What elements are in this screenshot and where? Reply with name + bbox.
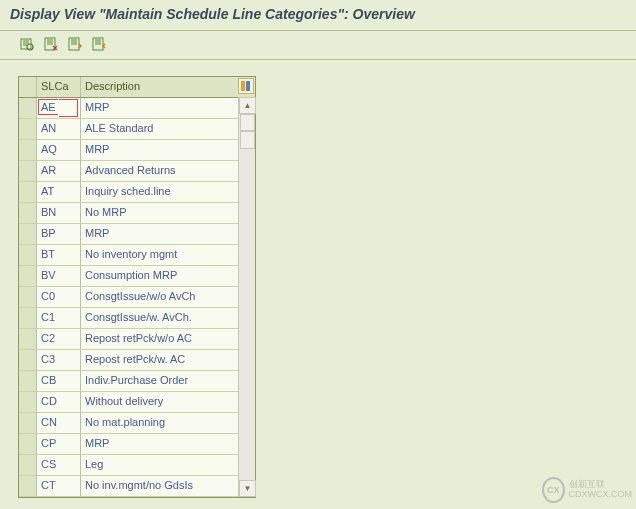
column-header-description-label: Description [85, 80, 140, 92]
row-selector[interactable] [19, 434, 37, 454]
column-header-description[interactable]: Description [81, 77, 255, 97]
row-selector[interactable] [19, 245, 37, 265]
table-row[interactable]: C3Repost retPck/w. AC [19, 350, 255, 371]
table-row[interactable]: CBIndiv.Purchase Order [19, 371, 255, 392]
cell-description: MRP [81, 98, 255, 118]
table-row[interactable]: BNNo MRP [19, 203, 255, 224]
cell-description: Repost retPck/w/o AC [81, 329, 255, 349]
toolbar-btn-3[interactable] [66, 35, 84, 53]
row-selector[interactable] [19, 455, 37, 475]
svg-rect-6 [246, 81, 250, 91]
row-selector[interactable] [19, 140, 37, 160]
cell-description: No inv.mgmt/no GdsIs [81, 476, 255, 496]
table-row[interactable]: CPMRP [19, 434, 255, 455]
vertical-scrollbar[interactable]: ▲ ▼ [238, 97, 255, 497]
cell-slca: BP [37, 224, 81, 244]
row-selector[interactable] [19, 203, 37, 223]
table-row[interactable]: CNNo mat.planning [19, 413, 255, 434]
toolbar [0, 30, 636, 60]
cell-slca: AN [37, 119, 81, 139]
row-selector[interactable] [19, 476, 37, 496]
row-selector[interactable] [19, 119, 37, 139]
scroll-down-button[interactable]: ▼ [239, 480, 256, 497]
watermark-line2: CDXWCX.COM [569, 490, 633, 500]
cell-description: ConsgtIssue/w/o AvCh [81, 287, 255, 307]
toolbar-btn-4[interactable] [90, 35, 108, 53]
cell-description: MRP [81, 140, 255, 160]
table-row[interactable]: AEMRP [19, 98, 255, 119]
row-selector[interactable] [19, 371, 37, 391]
table-row[interactable]: CDWithout delivery [19, 392, 255, 413]
cell-description: No MRP [81, 203, 255, 223]
cell-description: Inquiry sched.line [81, 182, 255, 202]
table-container: SLCa Description AEMRPANALE StandardAQMR… [18, 76, 256, 498]
row-selector[interactable] [19, 224, 37, 244]
row-selector[interactable] [19, 98, 37, 118]
row-selector[interactable] [19, 161, 37, 181]
row-selector[interactable] [19, 182, 37, 202]
watermark-text: 创新互联 CDXWCX.COM [569, 480, 633, 500]
table-header: SLCa Description [19, 77, 255, 98]
cell-slca: CN [37, 413, 81, 433]
table-row[interactable]: CSLeg [19, 455, 255, 476]
cell-slca: CS [37, 455, 81, 475]
cell-description: Leg [81, 455, 255, 475]
cell-slca: CD [37, 392, 81, 412]
watermark-logo: CX [542, 477, 565, 503]
row-selector[interactable] [19, 329, 37, 349]
table-row[interactable]: ARAdvanced Returns [19, 161, 255, 182]
table-row[interactable]: ATInquiry sched.line [19, 182, 255, 203]
cell-slca: BT [37, 245, 81, 265]
cell-description: Indiv.Purchase Order [81, 371, 255, 391]
scroll-track-top [240, 114, 255, 131]
cell-slca: AR [37, 161, 81, 181]
cell-slca: BV [37, 266, 81, 286]
table-row[interactable]: C0ConsgtIssue/w/o AvCh [19, 287, 255, 308]
cell-description: ALE Standard [81, 119, 255, 139]
row-selector[interactable] [19, 287, 37, 307]
page-title: Display View "Maintain Schedule Line Cat… [0, 0, 636, 30]
cell-slca: AT [37, 182, 81, 202]
cell-description: Advanced Returns [81, 161, 255, 181]
cell-slca: C0 [37, 287, 81, 307]
cell-slca: AQ [37, 140, 81, 160]
cell-slca: CB [37, 371, 81, 391]
table-row[interactable]: BPMRP [19, 224, 255, 245]
cell-slca: BN [37, 203, 81, 223]
cell-slca: C3 [37, 350, 81, 370]
row-selector[interactable] [19, 266, 37, 286]
cell-description: ConsgtIssue/w. AvCh. [81, 308, 255, 328]
column-select-all[interactable] [19, 77, 37, 97]
scroll-up-button[interactable]: ▲ [239, 97, 256, 114]
cell-description: No inventory mgmt [81, 245, 255, 265]
scroll-thumb[interactable] [240, 131, 255, 149]
column-header-slca[interactable]: SLCa [37, 77, 81, 97]
cell-description: MRP [81, 224, 255, 244]
table-row[interactable]: BVConsumption MRP [19, 266, 255, 287]
toolbar-btn-2[interactable] [42, 35, 60, 53]
table-row[interactable]: ANALE Standard [19, 119, 255, 140]
column-config-icon[interactable] [238, 78, 254, 94]
cell-slca: CT [37, 476, 81, 496]
cell-slca: C2 [37, 329, 81, 349]
cell-slca: CP [37, 434, 81, 454]
table-row[interactable]: CTNo inv.mgmt/no GdsIs [19, 476, 255, 497]
cell-description: Repost retPck/w. AC [81, 350, 255, 370]
row-selector[interactable] [19, 413, 37, 433]
table-row[interactable]: C2Repost retPck/w/o AC [19, 329, 255, 350]
table-row[interactable]: AQMRP [19, 140, 255, 161]
table-row[interactable]: C1ConsgtIssue/w. AvCh. [19, 308, 255, 329]
toolbar-btn-1[interactable] [18, 35, 36, 53]
row-selector[interactable] [19, 350, 37, 370]
cell-description: Without delivery [81, 392, 255, 412]
cell-description: No mat.planning [81, 413, 255, 433]
row-selector[interactable] [19, 392, 37, 412]
svg-rect-5 [241, 81, 245, 91]
cell-slca: AE [37, 98, 81, 118]
cell-slca: C1 [37, 308, 81, 328]
row-selector[interactable] [19, 308, 37, 328]
cell-description: MRP [81, 434, 255, 454]
watermark: CX 创新互联 CDXWCX.COM [542, 475, 632, 505]
table-body: AEMRPANALE StandardAQMRPARAdvanced Retur… [19, 98, 255, 497]
table-row[interactable]: BTNo inventory mgmt [19, 245, 255, 266]
